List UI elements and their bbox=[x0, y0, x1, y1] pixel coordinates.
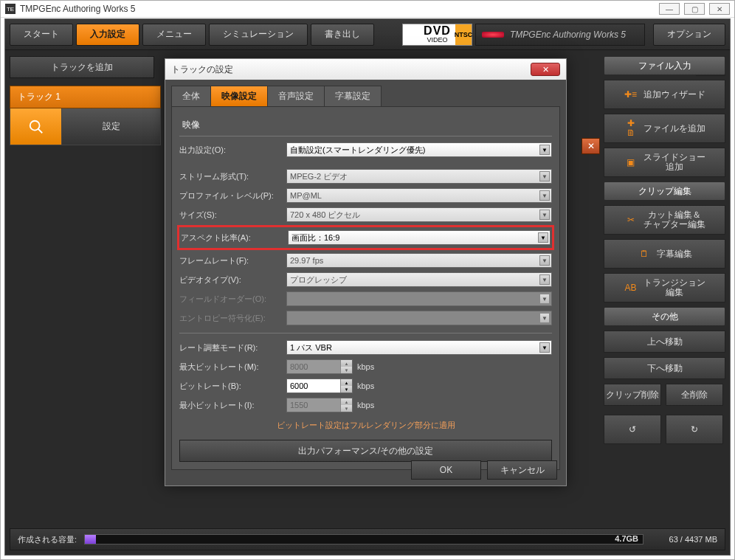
plus-file-icon: ✚🗎 bbox=[624, 119, 638, 138]
status-label: 作成される容量: bbox=[18, 534, 77, 545]
nav-input[interactable]: 入力設定 bbox=[76, 24, 139, 46]
profile-select[interactable]: MP@ML▼ bbox=[286, 188, 552, 203]
right-sidebar: ファイル入力 ✚≡追加ウィザード ✚🗎ファイルを追加 ▣スライドショー 追加 ク… bbox=[604, 56, 725, 511]
tab-video[interactable]: 映像設定 bbox=[210, 86, 268, 106]
size-select[interactable]: 720 x 480 ピクセル▼ bbox=[286, 207, 552, 222]
dropdown-arrow-icon: ▼ bbox=[539, 274, 550, 285]
rate-select[interactable]: 1 パス VBR▼ bbox=[286, 340, 552, 355]
output-select[interactable]: 自動設定(スマートレンダリング優先)▼ bbox=[286, 142, 552, 157]
track-settings-dialog: トラックの設定 ✕ 全体 映像設定 音声設定 字幕設定 映像 出力設定(O): … bbox=[165, 58, 567, 486]
br-input[interactable]: 6000▲▼ bbox=[286, 378, 353, 393]
fps-select[interactable]: 29.97 fps▼ bbox=[286, 253, 552, 268]
track-panel: トラック 1 設定 bbox=[10, 86, 161, 159]
redo-icon: ↻ bbox=[691, 425, 698, 435]
progress-fill bbox=[85, 535, 96, 544]
dropdown-arrow-icon: ▼ bbox=[539, 145, 550, 155]
mb-value: 63 / 4437 MB bbox=[651, 535, 717, 544]
rate-label: レート調整モード(R): bbox=[179, 342, 286, 353]
slideshow-icon: ▣ bbox=[624, 158, 638, 167]
br-label: ビットレート(B): bbox=[179, 381, 286, 392]
minbr-unit: kbps bbox=[357, 401, 374, 409]
minimize-button[interactable]: — bbox=[659, 3, 680, 15]
add-track-button[interactable]: トラックを追加 bbox=[10, 56, 154, 78]
br-unit: kbps bbox=[357, 381, 374, 390]
nav-option[interactable]: オプション bbox=[653, 24, 725, 46]
tab-audio[interactable]: 音声設定 bbox=[267, 86, 325, 106]
cancel-button[interactable]: キャンセル bbox=[487, 460, 557, 480]
section-video: 映像 bbox=[179, 114, 552, 136]
dropdown-arrow-icon: ▼ bbox=[539, 210, 550, 220]
dialog-footer: OK キャンセル bbox=[411, 460, 557, 480]
track-name[interactable]: トラック 1 bbox=[10, 86, 161, 108]
move-down-button[interactable]: 下へ移動 bbox=[604, 357, 725, 379]
subtitle-edit-button[interactable]: 🗒字幕編集 bbox=[604, 239, 725, 269]
dialog-tabs: 全体 映像設定 音声設定 字幕設定 bbox=[165, 80, 566, 106]
dropdown-arrow-icon: ▼ bbox=[539, 190, 550, 201]
close-button[interactable]: ✕ bbox=[709, 3, 730, 15]
add-wizard-button[interactable]: ✚≡追加ウィザード bbox=[604, 80, 725, 109]
aspect-label: アスペクト比率(A): bbox=[181, 232, 288, 243]
maxbr-unit: kbps bbox=[357, 362, 374, 371]
slideshow-button[interactable]: ▣スライドショー 追加 bbox=[604, 148, 725, 177]
format-video-label: VIDEO bbox=[427, 36, 447, 44]
track-preview-button[interactable] bbox=[10, 108, 62, 145]
performance-button[interactable]: 出力パフォーマンス/その他の設定 bbox=[179, 440, 552, 462]
add-file-button[interactable]: ✚🗎ファイルを追加 bbox=[604, 114, 725, 143]
dialog-titlebar: トラックの設定 ✕ bbox=[165, 59, 566, 80]
move-up-button[interactable]: 上へ移動 bbox=[604, 331, 725, 353]
format-dvd-label: DVD bbox=[424, 26, 451, 36]
stream-label: ストリーム形式(T): bbox=[179, 171, 286, 182]
spinner-buttons[interactable]: ▲▼ bbox=[340, 379, 352, 393]
undo-icon: ↺ bbox=[629, 425, 636, 435]
nav-export[interactable]: 書き出し bbox=[311, 24, 374, 46]
app-window: TE TMPGEnc Authoring Works 5 — ▢ ✕ スタート … bbox=[0, 0, 735, 560]
brand-text: TMPGEnc Authoring Works 5 bbox=[510, 30, 626, 40]
bitrate-note: ビットレート設定はフルレンダリング部分に適用 bbox=[179, 415, 552, 435]
dialog-close-button[interactable]: ✕ bbox=[531, 63, 560, 76]
capacity-value: 4.7GB bbox=[615, 534, 638, 543]
minbr-input: 1550▲▼ bbox=[286, 398, 353, 412]
tab-all[interactable]: 全体 bbox=[171, 86, 211, 106]
sidebar-head-clip: クリップ編集 bbox=[604, 182, 725, 201]
field-select: ▼ bbox=[286, 291, 552, 306]
dropdown-arrow-icon: ▼ bbox=[539, 294, 550, 304]
cut-edit-button[interactable]: ✂カット編集＆ チャプター編集 bbox=[604, 205, 725, 235]
delete-clip-button[interactable]: クリップ削除 bbox=[604, 384, 661, 406]
nav-start[interactable]: スタート bbox=[10, 24, 73, 46]
nav-menu[interactable]: メニュー bbox=[142, 24, 206, 46]
nav-simulation[interactable]: シミュレーション bbox=[209, 24, 308, 46]
vtype-label: ビデオタイプ(V): bbox=[179, 274, 286, 286]
dropdown-arrow-icon: ▼ bbox=[539, 255, 550, 266]
row-output: 出力設定(O): 自動設定(スマートレンダリング優先)▼ bbox=[179, 141, 552, 159]
delete-all-button[interactable]: 全削除 bbox=[666, 384, 723, 406]
undo-button[interactable]: ↺ bbox=[604, 415, 661, 444]
entropy-label: エントロピー符号化(E): bbox=[179, 313, 286, 324]
maximize-button[interactable]: ▢ bbox=[684, 3, 705, 15]
field-label: フィールドオーダー(O): bbox=[179, 294, 286, 305]
dropdown-arrow-icon: ▼ bbox=[539, 313, 550, 323]
track-close-button[interactable]: ✕ bbox=[582, 138, 600, 154]
format-badge[interactable]: DVD VIDEO NTSC bbox=[402, 24, 472, 46]
status-bar: 作成される容量: 4.7GB 63 / 4437 MB bbox=[10, 528, 725, 550]
fps-label: フレームレート(F): bbox=[179, 255, 286, 266]
track-settings-button[interactable]: 設定 bbox=[62, 108, 160, 145]
sidebar-head-file: ファイル入力 bbox=[604, 56, 725, 75]
tab-subtitle[interactable]: 字幕設定 bbox=[324, 86, 382, 106]
transition-icon: AB bbox=[624, 283, 638, 293]
aspect-highlight: アスペクト比率(A):画面比：16:9▼ bbox=[177, 225, 554, 250]
ok-button[interactable]: OK bbox=[411, 460, 481, 480]
maxbr-label: 最大ビットレート(M): bbox=[179, 362, 286, 373]
transition-edit-button[interactable]: ABトランジション 編集 bbox=[604, 273, 725, 303]
capacity-progress: 4.7GB bbox=[84, 534, 643, 545]
app-icon: TE bbox=[5, 4, 15, 14]
app-title: TMPGEnc Authoring Works 5 bbox=[20, 4, 136, 14]
entropy-select: ▼ bbox=[286, 311, 552, 325]
stream-select[interactable]: MPEG-2 ビデオ▼ bbox=[286, 169, 552, 184]
format-ntsc-label: NTSC bbox=[455, 24, 472, 45]
vtype-select[interactable]: プログレッシブ▼ bbox=[286, 272, 552, 287]
redo-button[interactable]: ↻ bbox=[666, 415, 723, 444]
svg-line-1 bbox=[38, 128, 42, 133]
dropdown-arrow-icon: ▼ bbox=[539, 171, 550, 182]
plus-list-icon: ✚≡ bbox=[624, 90, 638, 100]
aspect-select[interactable]: 画面比：16:9▼ bbox=[288, 230, 551, 245]
